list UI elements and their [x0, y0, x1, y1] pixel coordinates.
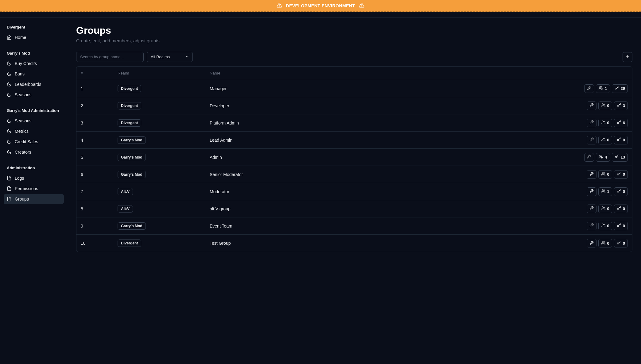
realm-badge: Divergent — [118, 102, 141, 109]
search-input[interactable] — [76, 52, 144, 62]
svg-line-55 — [620, 242, 620, 242]
sidebar-item-buy-credits[interactable]: Buy Credits — [4, 59, 64, 68]
edit-button[interactable] — [587, 205, 596, 213]
edit-button[interactable] — [584, 84, 594, 93]
realm-select[interactable]: All Realms — [147, 52, 193, 62]
edit-button[interactable] — [587, 119, 596, 127]
edit-button[interactable] — [587, 170, 596, 179]
edit-button[interactable] — [587, 239, 596, 247]
key-icon — [617, 241, 621, 246]
sidebar-item-leaderboards[interactable]: Leaderboards — [4, 79, 64, 89]
grants-button[interactable]: 0 — [614, 222, 628, 230]
realm-badge: Garry's Mod — [118, 154, 146, 161]
sidebar-item-home[interactable]: Home — [4, 33, 64, 42]
users-icon — [601, 241, 605, 246]
row-number: 5 — [81, 155, 115, 160]
realm-badge: Divergent — [118, 119, 141, 127]
moon-icon — [7, 129, 12, 134]
sidebar-item-bans[interactable]: Bans — [4, 69, 64, 79]
svg-line-9 — [618, 87, 618, 87]
edit-button[interactable] — [587, 187, 596, 196]
sidebar-item-seasons[interactable]: Seasons — [4, 116, 64, 126]
members-button[interactable]: 0 — [598, 102, 612, 110]
moon-icon — [7, 82, 12, 87]
users-icon — [601, 189, 605, 194]
users-icon — [601, 172, 605, 177]
members-button[interactable]: 0 — [598, 239, 612, 247]
main-content: Groups Create, edit, add members, adjust… — [68, 17, 641, 259]
users-icon — [601, 223, 605, 228]
members-button[interactable]: 1 — [596, 84, 610, 93]
add-group-button[interactable] — [623, 52, 632, 62]
members-button[interactable]: 1 — [598, 187, 612, 196]
key-icon — [617, 137, 621, 143]
grants-button[interactable]: 0 — [614, 170, 628, 179]
sidebar-item-label: Seasons — [15, 118, 31, 123]
key-icon — [617, 172, 621, 177]
wrench-icon — [589, 189, 594, 194]
members-button[interactable]: 0 — [598, 136, 612, 144]
sidebar-item-logs[interactable]: Logs — [4, 173, 64, 183]
plus-icon — [625, 54, 630, 60]
members-button[interactable]: 0 — [598, 170, 612, 179]
key-icon — [617, 189, 621, 194]
svg-point-31 — [602, 172, 603, 174]
realm-badge: Alt:V — [118, 188, 133, 195]
members-button[interactable]: 0 — [598, 119, 612, 127]
svg-point-41 — [602, 207, 603, 208]
table-row[interactable]: 10DivergentTest Group00 — [76, 235, 632, 252]
edit-button[interactable] — [587, 102, 596, 110]
key-icon — [617, 120, 621, 125]
table-row[interactable]: 9Garry's ModEvent Team00 — [76, 217, 632, 235]
moon-icon — [7, 118, 12, 123]
grants-button[interactable]: 0 — [614, 205, 628, 213]
realm-select-label: All Realms — [151, 55, 170, 59]
sidebar-heading: Administration — [4, 164, 64, 172]
users-icon — [601, 137, 605, 143]
grants-button[interactable]: 0 — [614, 136, 628, 144]
grants-button[interactable]: 0 — [614, 187, 628, 196]
table-row[interactable]: 1DivergentManager129 — [76, 80, 632, 97]
page-title: Groups — [76, 25, 632, 36]
grants-button[interactable]: 3 — [614, 102, 628, 110]
svg-point-51 — [602, 241, 603, 243]
sidebar-item-credit-sales[interactable]: Credit Sales — [4, 137, 64, 147]
table-row[interactable]: 5Garry's ModAdmin413 — [76, 149, 632, 166]
sidebar-item-permissions[interactable]: Permissions — [4, 184, 64, 193]
grants-button[interactable]: 29 — [612, 84, 628, 93]
table-row[interactable]: 6Garry's ModSenior Moderator00 — [76, 166, 632, 183]
sidebar-item-groups[interactable]: Groups — [4, 194, 64, 204]
top-bar — [0, 12, 641, 17]
group-name: alt:V group — [210, 206, 584, 211]
table-row[interactable]: 7Alt:VModerator10 — [76, 183, 632, 200]
grants-button[interactable]: 13 — [612, 153, 628, 162]
sidebar-item-label: Seasons — [15, 92, 31, 97]
moon-icon — [7, 92, 12, 97]
members-count: 0 — [607, 103, 609, 108]
members-button[interactable]: 0 — [598, 222, 612, 230]
sidebar-item-metrics[interactable]: Metrics — [4, 126, 64, 136]
file-icon — [7, 176, 12, 181]
users-icon — [599, 155, 603, 160]
members-button[interactable]: 4 — [596, 153, 610, 162]
members-button[interactable]: 0 — [598, 205, 612, 213]
row-number: 7 — [81, 189, 115, 194]
svg-point-11 — [602, 104, 603, 105]
sidebar-item-creators[interactable]: Creators — [4, 147, 64, 157]
table-row[interactable]: 8Alt:Valt:V group00 — [76, 200, 632, 217]
members-count: 1 — [607, 189, 609, 194]
edit-button[interactable] — [587, 222, 596, 230]
svg-point-17 — [617, 122, 619, 124]
table-row[interactable]: 3DivergentPlatform Admin06 — [76, 114, 632, 132]
row-number: 1 — [81, 86, 115, 91]
svg-line-25 — [620, 139, 620, 139]
moon-icon — [7, 139, 12, 144]
edit-button[interactable] — [584, 153, 594, 162]
table-row[interactable]: 4Garry's ModLead Admin00 — [76, 132, 632, 149]
dev-environment-banner: DEVELOPMENT ENVIRONMENT — [0, 0, 641, 12]
grants-button[interactable]: 0 — [614, 239, 628, 247]
grants-button[interactable]: 6 — [614, 119, 628, 127]
edit-button[interactable] — [587, 136, 596, 144]
table-row[interactable]: 2DivergentDeveloper03 — [76, 97, 632, 114]
sidebar-item-seasons[interactable]: Seasons — [4, 90, 64, 100]
